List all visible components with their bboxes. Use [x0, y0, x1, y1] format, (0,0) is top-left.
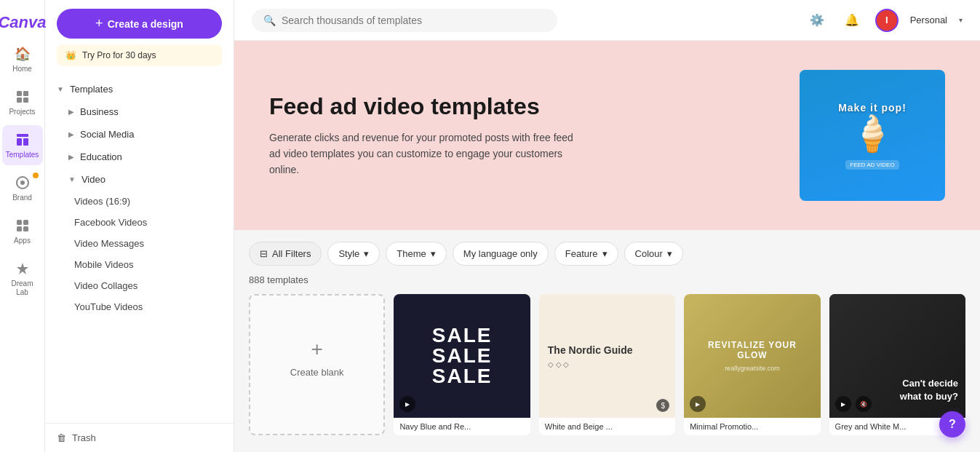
nav-subitem-videos-16-9[interactable]: Videos (16:9) [45, 191, 234, 212]
nav-item-education[interactable]: ▶ Education [45, 146, 234, 168]
nav-chevron-video: ▼ [68, 175, 76, 183]
templates-icon [14, 131, 31, 148]
template-name-navy: Navy Blue and Re... [394, 418, 530, 435]
sidebar-item-brand[interactable]: Brand [2, 168, 43, 208]
language-filter-button[interactable]: My language only [453, 242, 549, 266]
nav-chevron-templates: ▼ [57, 85, 64, 93]
bell-icon-button[interactable]: 🔔 [840, 9, 864, 32]
content-area: Feed ad video templates Generate clicks … [234, 41, 980, 452]
colour-filter-button[interactable]: Colour ▾ [624, 242, 683, 266]
template-grid: + Create blank SALE SALE SALE ▶ Navy Blu… [234, 294, 980, 450]
template-card-minimal[interactable]: REVITALIZE YOUR GLOW reallygreatsite.com… [684, 294, 820, 435]
filters-row: ⊟ All Filters Style ▾ Theme ▾ My languag… [234, 230, 980, 271]
nav-item-business[interactable]: ▶ Business [45, 100, 234, 123]
avatar[interactable]: I [875, 9, 899, 32]
nav-subitem-facebook-videos[interactable]: Facebook Videos [45, 212, 234, 233]
nav-label-templates: Templates [70, 84, 113, 95]
sidebar-item-templates[interactable]: Templates [2, 125, 43, 165]
sidebar-label-projects: Projects [9, 108, 35, 116]
sidebar-label-home: Home [12, 65, 32, 74]
nav-item-templates[interactable]: ▼ Templates [45, 78, 234, 100]
template-card-navy[interactable]: SALE SALE SALE ▶ Navy Blue and Re... [394, 294, 530, 435]
nav-subitem-video-messages[interactable]: Video Messages [45, 233, 234, 254]
crown-icon: 👑 [65, 50, 76, 60]
nordic-title: The Nordic Guide [548, 344, 666, 357]
canva-logo: Canva [0, 13, 47, 32]
pro-label: Try Pro for 30 days [82, 50, 156, 60]
template-thumb-minimal: REVITALIZE YOUR GLOW reallygreatsite.com… [684, 294, 820, 418]
svg-rect-2 [17, 98, 22, 103]
theme-filter-button[interactable]: Theme ▾ [386, 242, 446, 266]
create-blank-card[interactable]: + Create blank [249, 294, 385, 435]
panel-header: + Create a design 👑 Try Pro for 30 days [45, 0, 234, 75]
svg-rect-12 [23, 226, 28, 231]
dream-lab-icon [14, 260, 31, 277]
feature-chevron-icon: ▾ [602, 248, 607, 259]
trash-label: Trash [72, 432, 96, 443]
search-input[interactable] [282, 15, 546, 26]
topbar-icons: ⚙️ 🔔 I Personal ▾ [805, 9, 963, 32]
svg-rect-11 [17, 226, 22, 231]
create-btn-label: Create a design [108, 18, 183, 30]
templates-count: 888 templates [234, 271, 980, 294]
template-thumb-nordic: The Nordic Guide ◇ ◇ ◇ $ [539, 294, 675, 418]
hero-img-text: Make it pop! [838, 102, 907, 114]
feature-filter-button[interactable]: Feature ▾ [554, 242, 618, 266]
minimal-title: REVITALIZE YOUR GLOW [693, 340, 811, 360]
nav-subitem-label-videos-16-9: Videos (16:9) [74, 196, 130, 207]
trash-button[interactable]: 🗑 Trash [57, 432, 222, 443]
nav-item-video[interactable]: ▼ Video [45, 168, 234, 191]
nordic-sub: ◇ ◇ ◇ [548, 360, 666, 368]
template-card-nordic[interactable]: The Nordic Guide ◇ ◇ ◇ $ White and Beige… [539, 294, 675, 435]
sidebar-item-dream-lab[interactable]: Dream Lab [2, 254, 43, 303]
language-label: My language only [463, 248, 538, 259]
search-bar[interactable]: 🔍 [252, 9, 557, 32]
all-filters-button[interactable]: ⊟ All Filters [249, 242, 322, 266]
template-thumb-grey: Can't decidewhat to buy? ▶ 🔇 [829, 294, 965, 418]
thumb-nordic-bg: The Nordic Guide ◇ ◇ ◇ [539, 294, 675, 418]
panel-footer: 🗑 Trash [45, 423, 234, 452]
svg-point-8 [20, 181, 25, 185]
nav-subitem-label-youtube: YouTube Videos [74, 301, 143, 312]
hero-description: Generate clicks and revenue for your pro… [269, 130, 575, 178]
trash-icon: 🗑 [57, 432, 66, 443]
all-filters-label: All Filters [272, 248, 311, 259]
settings-icon-button[interactable]: ⚙️ [805, 9, 829, 32]
style-filter-button[interactable]: Style ▾ [327, 242, 380, 266]
create-design-button[interactable]: + Create a design [57, 9, 222, 39]
create-blank-inner: + Create blank [290, 338, 344, 378]
search-icon: 🔍 [263, 15, 276, 26]
hero-banner: Feed ad video templates Generate clicks … [234, 41, 980, 230]
filter-icon: ⊟ [260, 248, 268, 259]
home-icon: 🏠 [14, 45, 31, 63]
grey-overlay-text: Can't decidewhat to buy? [900, 377, 958, 403]
brand-icon [14, 174, 31, 191]
colour-chevron-icon: ▾ [667, 248, 672, 259]
sidebar-item-home[interactable]: 🏠 Home [2, 39, 43, 79]
sidebar-item-apps[interactable]: Apps [2, 211, 43, 251]
nav-subitem-youtube-videos[interactable]: YouTube Videos [45, 296, 234, 317]
apps-icon [14, 217, 31, 234]
svg-rect-10 [23, 220, 28, 225]
nav-chevron-social: ▶ [68, 130, 74, 138]
play-icon-grey: ▶ [835, 396, 851, 412]
projects-icon [14, 88, 31, 106]
hero-title: Feed ad video templates [269, 92, 800, 120]
nav-subitem-mobile-videos[interactable]: Mobile Videos [45, 254, 234, 275]
pro-banner[interactable]: 👑 Try Pro for 30 days [57, 44, 222, 66]
chevron-down-icon[interactable]: ▾ [959, 16, 963, 24]
sidebar-item-projects[interactable]: Projects [2, 82, 43, 122]
nav-subitem-video-collages[interactable]: Video Collages [45, 275, 234, 296]
hero-image: Make it pop! 🍦 FEED AD VIDEO [800, 70, 945, 201]
theme-label: Theme [397, 248, 426, 259]
svg-rect-6 [23, 138, 28, 146]
nav-item-social-media[interactable]: ▶ Social Media [45, 123, 234, 146]
help-button[interactable]: ? [939, 411, 965, 437]
nav-label-business: Business [80, 106, 119, 117]
nav-label-social-media: Social Media [80, 129, 134, 140]
hero-text: Feed ad video templates Generate clicks … [269, 92, 800, 178]
svg-rect-5 [17, 138, 22, 146]
sale-text-2: SALE [432, 346, 493, 366]
nav-subitem-label-facebook: Facebook Videos [74, 217, 147, 228]
style-label: Style [338, 248, 359, 259]
